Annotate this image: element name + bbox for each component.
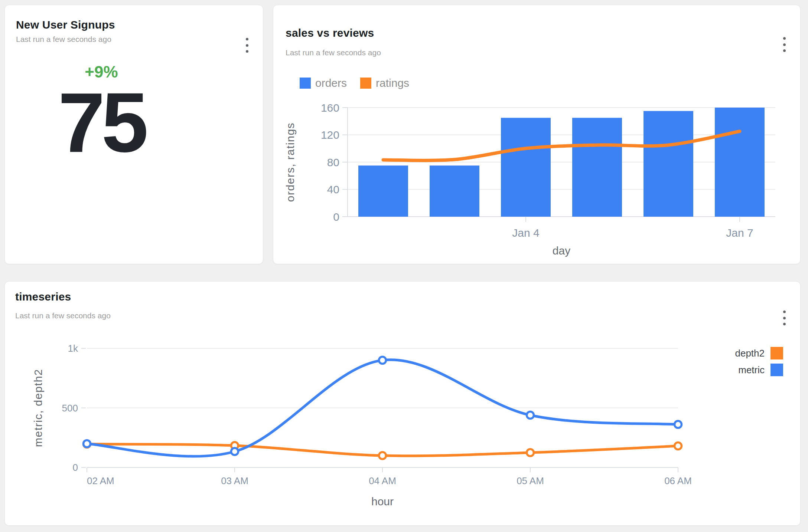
depth2-swatch [770,347,783,359]
svg-text:500: 500 [62,403,78,414]
svg-text:120: 120 [321,129,339,141]
card-sales-vs-reviews: sales vs reviews Last run a few seconds … [273,5,801,264]
chart-legend: depth2 metric [735,347,783,376]
legend-item-metric[interactable]: metric [738,364,783,376]
kpi-value: 75 [5,84,198,162]
svg-text:Jan 7: Jan 7 [726,227,753,239]
svg-text:05 AM: 05 AM [517,475,544,486]
svg-text:1k: 1k [68,343,78,354]
svg-text:Jan 4: Jan 4 [512,227,539,239]
kebab-menu-icon[interactable] [242,37,252,53]
svg-text:day: day [553,244,570,257]
legend-label: depth2 [735,348,765,359]
card-timeseries: timeseries Last run a few seconds ago 05… [4,281,801,526]
svg-text:04 AM: 04 AM [369,475,396,486]
svg-text:40: 40 [327,183,339,196]
metric-swatch [770,364,783,376]
page-title: New User Signups [16,19,115,31]
kpi-stat: +9% 75 [5,64,198,162]
svg-text:02 AM: 02 AM [87,475,114,486]
svg-text:hour: hour [371,495,394,508]
svg-text:06 AM: 06 AM [664,475,692,486]
card-new-user-signups: New User Signups Last run a few seconds … [4,5,263,264]
legend-item-depth2[interactable]: depth2 [735,347,783,359]
sales-chart[interactable]: 04080120160Jan 4Jan 7dayorders, ratings [273,5,801,265]
svg-text:metric, depth2: metric, depth2 [32,369,44,447]
svg-text:0: 0 [73,462,78,473]
legend-label: metric [738,364,765,376]
svg-text:03 AM: 03 AM [221,475,248,486]
svg-text:0: 0 [333,211,339,223]
svg-text:80: 80 [327,156,339,168]
svg-text:orders, ratings: orders, ratings [284,122,296,202]
timeseries-chart[interactable]: 05001k02 AM03 AM04 AM05 AM06 AMhourmetri… [5,282,801,526]
last-run-status: Last run a few seconds ago [16,35,111,44]
svg-text:160: 160 [321,102,339,114]
